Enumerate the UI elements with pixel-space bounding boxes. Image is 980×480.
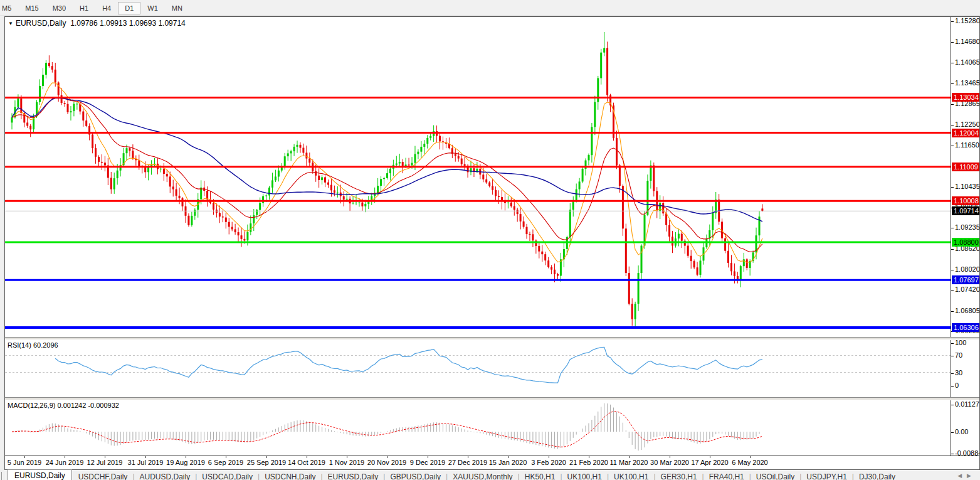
date-axis-tick	[629, 456, 630, 458]
tab-scroll-left-icon[interactable]: ◀	[957, 472, 967, 479]
rsi-axis-tick: 100	[951, 340, 966, 347]
date-axis-tick	[750, 456, 751, 458]
macd-axis: 0.0112770.00-0.008845	[951, 400, 979, 456]
chart-tab-xauusd-monthly[interactable]: XAUUSD,Monthly	[446, 472, 519, 480]
macd-signal-line	[12, 412, 762, 447]
macd-histogram	[12, 403, 762, 451]
macd-axis-tick: 0.011277	[951, 400, 979, 408]
timeframe-button-m15[interactable]: M15	[18, 2, 45, 14]
chart-tab-bar: EURUSD,DailyUSDCHF,Daily|AUDUSD,Daily|US…	[0, 470, 980, 480]
date-axis-label: 17 Apr 2020	[691, 459, 728, 466]
macd-canvas[interactable]	[5, 400, 951, 456]
chart-tab-fra40-h1[interactable]: FRA40,H1	[703, 472, 751, 480]
date-axis-tick	[670, 456, 670, 458]
chart-tab-hk50-h1[interactable]: HK50,H1	[519, 472, 562, 480]
date-axis: 5 Jun 201924 Jun 201912 Jul 201931 Jul 2…	[5, 456, 979, 469]
tab-scroll-right-icon[interactable]: ▶	[967, 472, 976, 479]
chart-ohlc-values: 1.09786 1.09913 1.09693 1.09714	[70, 19, 186, 28]
price-level-badge: 1.08800	[952, 238, 979, 247]
rsi-label: RSI(14) 60.2096	[8, 341, 58, 349]
chart-tab-uk100-h1[interactable]: UK100,H1	[608, 472, 655, 480]
date-axis-tick	[428, 456, 428, 458]
date-axis-label: 9 Dec 2019	[410, 459, 445, 466]
tabbar-left-stub	[1, 472, 6, 480]
date-axis-label: 11 Mar 2020	[610, 459, 648, 466]
rsi-axis: 10070300	[951, 340, 979, 397]
price-axis-tick: 1.14680	[951, 38, 979, 46]
date-axis-label: 6 May 2020	[732, 459, 767, 466]
rsi-axis-tick: 70	[951, 351, 962, 360]
price-axis-tick: 1.09235	[951, 223, 979, 232]
date-axis-tick	[186, 456, 186, 458]
price-level-badge: 1.09714	[952, 206, 979, 215]
date-axis-tick	[387, 456, 387, 458]
price-level-badge: 1.10008	[952, 196, 979, 205]
chart-tab-usoil-daily[interactable]: USOil,Daily	[750, 472, 801, 480]
price-level-badge: 1.13034	[952, 93, 979, 102]
rsi-panel: RSI(14) 60.2096 10070300	[5, 340, 979, 397]
date-axis-tick	[65, 456, 65, 458]
candlestick-series	[11, 32, 764, 327]
chart-tab-dj30-daily[interactable]: DJ30,Daily	[853, 472, 902, 480]
rsi-axis-tick: 30	[951, 369, 962, 377]
timeframe-button-m30[interactable]: M30	[46, 2, 73, 14]
price-axis-tick: 1.11650	[951, 141, 979, 149]
chart-tab-uk100-h1[interactable]: UK100,H1	[561, 472, 608, 480]
price-axis-tick: 1.13465	[951, 79, 979, 87]
price-level-badge: 1.12004	[952, 129, 979, 137]
price-axis-tick: 1.10435	[951, 183, 979, 191]
date-axis-tick	[24, 456, 25, 458]
rsi-line	[55, 347, 762, 383]
chart-tab-usdcad-daily[interactable]: USDCAD,Daily	[196, 472, 259, 480]
date-axis-label: 31 Jul 2019	[128, 459, 164, 466]
chart-tab-eurusd-daily[interactable]: EURUSD,Daily	[8, 469, 72, 480]
price-level-badge: 1.11009	[952, 163, 979, 171]
timeframe-button-h4[interactable]: H4	[95, 2, 118, 14]
timeframe-button-mn[interactable]: MN	[165, 2, 189, 14]
date-axis-label: 1 Nov 2019	[329, 459, 364, 466]
chart-window: ▼EURUSD,Daily 1.09786 1.09913 1.09693 1.…	[4, 16, 980, 470]
macd-panel: MACD(12,26,9) 0.001242 -0.000932 0.01127…	[5, 400, 979, 456]
date-axis-tick	[307, 456, 307, 458]
chart-tab-usdjpy-h1[interactable]: USDJPY,H1	[800, 472, 853, 480]
rsi-canvas[interactable]	[5, 340, 951, 397]
price-axis-tick: 1.08020	[951, 265, 979, 274]
trading-terminal: M5M15M30H1H4D1W1MN ▼EURUSD,Daily 1.09786…	[0, 0, 980, 480]
timeframe-button-d1[interactable]: D1	[118, 2, 140, 14]
chart-tab-eurusd-daily[interactable]: EURUSD,Daily	[322, 472, 385, 480]
price-level-badge: 1.07697	[952, 275, 979, 284]
price-chart-panel: ▼EURUSD,Daily 1.09786 1.09913 1.09693 1.…	[5, 17, 979, 337]
date-axis-tick	[145, 456, 146, 458]
date-axis-label: 3 Feb 2020	[531, 459, 566, 466]
chart-tab-gbpusd-daily[interactable]: GBPUSD,Daily	[384, 472, 447, 480]
date-axis-tick	[347, 456, 347, 458]
date-axis-tick	[710, 456, 710, 458]
price-level-badge: 1.06306	[952, 323, 979, 332]
date-axis-label: 12 Jul 2019	[87, 459, 123, 466]
price-chart-canvas[interactable]	[5, 17, 951, 337]
timeframe-button-w1[interactable]: W1	[140, 2, 165, 14]
price-axis-tick: 1.14065	[951, 58, 979, 67]
date-axis-label: 21 Feb 2020	[569, 459, 608, 466]
date-axis-tick	[468, 456, 468, 458]
macd-axis-tick: 0.00	[951, 428, 968, 436]
timeframe-toolbar: M5M15M30H1H4D1W1MN	[0, 0, 980, 16]
timeframe-button-m5[interactable]: M5	[0, 2, 18, 14]
date-axis-tick	[589, 456, 589, 458]
date-axis-label: 20 Nov 2019	[367, 459, 406, 466]
macd-axis-tick: -0.008845	[951, 449, 979, 456]
timeframe-button-h1[interactable]: H1	[73, 2, 95, 14]
date-axis-label: 27 Dec 2019	[448, 459, 487, 466]
macd-label: MACD(12,26,9) 0.001242 -0.000932	[8, 402, 119, 409]
chart-header: ▼EURUSD,Daily 1.09786 1.09913 1.09693 1.…	[8, 19, 186, 28]
chart-tab-ger30-h1[interactable]: GER30,H1	[655, 472, 703, 480]
chart-tab-usdcnh-daily[interactable]: USDCNH,Daily	[258, 472, 322, 480]
price-axis-tick: 1.06805	[951, 307, 979, 315]
date-axis-tick	[508, 456, 508, 458]
chart-tab-audusd-daily[interactable]: AUDUSD,Daily	[134, 472, 197, 480]
date-axis-label: 30 Mar 2020	[650, 459, 689, 466]
date-axis-tick	[226, 456, 226, 458]
collapse-triangle-icon[interactable]: ▼	[8, 21, 13, 26]
chart-tab-usdchf-daily[interactable]: USDCHF,Daily	[72, 472, 134, 480]
date-axis-label: 6 Sep 2019	[208, 459, 243, 466]
